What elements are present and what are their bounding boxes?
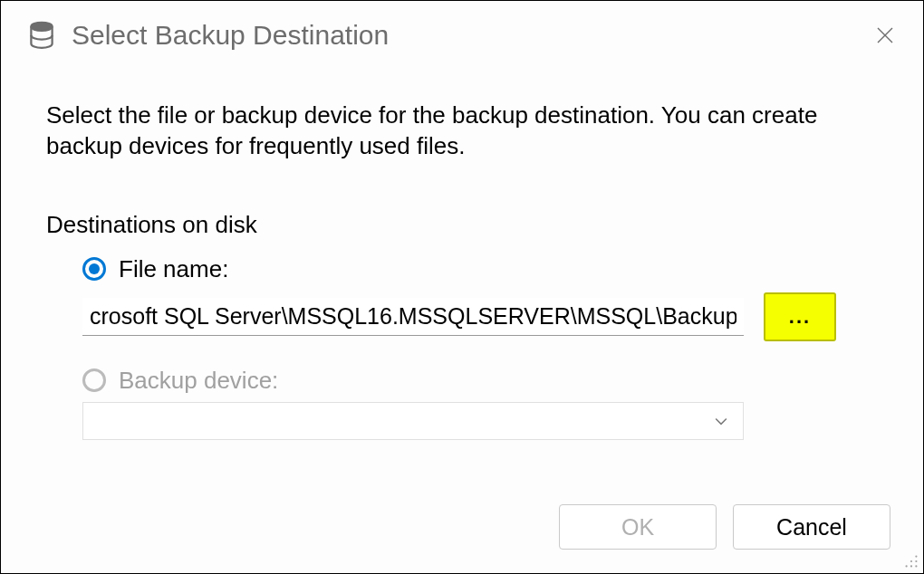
file-name-field-row: ... (1, 292, 923, 341)
file-name-option-row: File name: (1, 255, 923, 283)
cancel-button[interactable]: Cancel (733, 504, 890, 550)
dialog-description: Select the file or backup device for the… (1, 62, 923, 162)
radio-dot-icon (89, 263, 100, 274)
file-name-radio[interactable] (82, 257, 106, 281)
file-name-input[interactable] (82, 298, 744, 336)
backup-device-option-row: Backup device: (1, 367, 923, 395)
backup-device-field-row (1, 402, 923, 440)
browse-button[interactable]: ... (764, 292, 836, 341)
svg-point-3 (910, 560, 912, 562)
dialog-title: Select Backup Destination (72, 20, 867, 51)
svg-point-5 (910, 565, 912, 567)
svg-point-1 (915, 556, 917, 558)
browse-button-label: ... (789, 305, 811, 329)
resize-grip-icon[interactable] (903, 553, 919, 569)
dialog-footer: OK Cancel (559, 504, 890, 550)
svg-point-4 (915, 565, 917, 567)
svg-point-6 (906, 565, 908, 567)
titlebar: Select Backup Destination (1, 1, 923, 62)
backup-device-combobox (82, 402, 744, 440)
chevron-down-icon (712, 412, 730, 430)
ok-button-label: OK (621, 514, 654, 541)
cancel-button-label: Cancel (776, 514, 847, 541)
svg-point-2 (915, 560, 917, 562)
backup-device-radio-label: Backup device: (119, 367, 278, 395)
destinations-label: Destinations on disk (1, 162, 923, 239)
close-button[interactable] (867, 17, 903, 53)
file-name-radio-label: File name: (119, 255, 228, 283)
select-backup-destination-dialog: Select Backup Destination Select the fil… (0, 0, 924, 574)
ok-button[interactable]: OK (559, 504, 717, 550)
database-icon (26, 20, 57, 51)
svg-point-0 (31, 23, 52, 31)
close-icon (874, 24, 896, 46)
backup-device-radio (82, 368, 106, 392)
